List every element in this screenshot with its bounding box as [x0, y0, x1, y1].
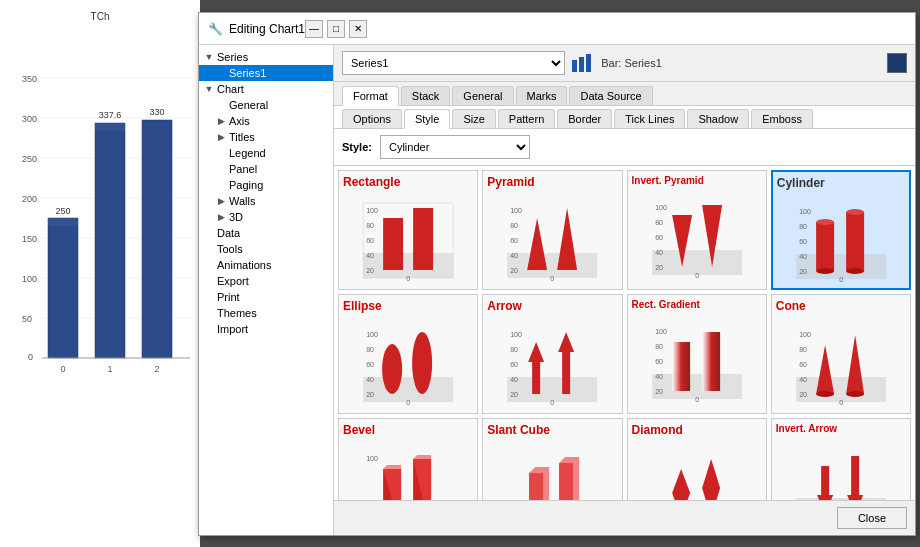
svg-point-71 [846, 209, 864, 215]
style-rectangle[interactable]: Rectangle 100 80 60 40 20 0 [338, 170, 478, 290]
sidebar-item-titles[interactable]: ▶ Titles [199, 129, 333, 145]
style-arrow[interactable]: Arrow 100 80 60 40 20 0 [482, 294, 622, 414]
sidebar-item-axis[interactable]: ▶ Axis [199, 113, 333, 129]
sidebar-item-panel[interactable]: Panel [199, 161, 333, 177]
svg-text:250: 250 [22, 154, 37, 164]
style-diamond[interactable]: Diamond 0 [627, 418, 767, 500]
close-button[interactable]: ✕ [349, 20, 367, 38]
sidebar-item-axis-label: Axis [229, 115, 250, 127]
subtab-pattern[interactable]: Pattern [498, 109, 555, 128]
svg-rect-70 [846, 212, 864, 271]
svg-text:20: 20 [655, 264, 663, 271]
sidebar-item-chart[interactable]: ▼ Chart [199, 81, 333, 97]
tab-format[interactable]: Format [342, 86, 399, 106]
sidebar-item-paging[interactable]: Paging [199, 177, 333, 193]
close-dialog-button[interactable]: Close [837, 507, 907, 529]
style-ellipse[interactable]: Ellipse 100 80 60 40 20 0 [338, 294, 478, 414]
sidebar-tree: ▼ Series Series1 ▼ Chart General ▶ Axis [199, 45, 334, 535]
subtab-ticklines[interactable]: Tick Lines [614, 109, 685, 128]
expand-data-icon [203, 227, 215, 239]
style-rect-gradient-preview: 100 80 60 40 20 0 [632, 314, 762, 404]
sidebar-item-panel-label: Panel [229, 163, 257, 175]
sidebar-item-data[interactable]: Data [199, 225, 333, 241]
svg-text:250: 250 [55, 206, 70, 216]
series-row: Series1 Bar: Series1 [334, 45, 915, 82]
bottom-bar: Close [334, 500, 915, 535]
svg-marker-127 [702, 459, 720, 500]
subtab-border[interactable]: Border [557, 109, 612, 128]
subtab-style[interactable]: Style [404, 109, 450, 129]
sidebar-item-legend-label: Legend [229, 147, 266, 159]
series-chart-label: Bar: Series1 [601, 57, 662, 69]
svg-text:0: 0 [839, 399, 843, 406]
svg-rect-98 [672, 342, 690, 391]
subtab-options[interactable]: Options [342, 109, 402, 128]
tab-general[interactable]: General [452, 86, 513, 105]
svg-text:0: 0 [28, 352, 33, 362]
svg-marker-126 [672, 469, 690, 500]
sidebar-item-general-label: General [229, 99, 268, 111]
sidebar-item-animations[interactable]: Animations [199, 257, 333, 273]
sidebar-item-series[interactable]: ▼ Series [199, 49, 333, 65]
svg-text:200: 200 [22, 194, 37, 204]
tab-datasource[interactable]: Data Source [569, 86, 652, 105]
minimize-button[interactable]: — [305, 20, 323, 38]
style-bevel-preview: 100 0 [343, 441, 473, 500]
svg-point-72 [846, 268, 864, 274]
expand-series1-icon [215, 67, 227, 79]
maximize-button[interactable]: □ [327, 20, 345, 38]
sidebar-item-walls[interactable]: ▶ Walls [199, 193, 333, 209]
expand-general-icon [215, 99, 227, 111]
sidebar-item-3d[interactable]: ▶ 3D [199, 209, 333, 225]
sidebar-item-themes[interactable]: Themes [199, 305, 333, 321]
style-bevel[interactable]: Bevel 100 0 [338, 418, 478, 500]
sidebar-item-print[interactable]: Print [199, 289, 333, 305]
style-dropdown[interactable]: Cylinder Rectangle Pyramid Invert. Pyram… [380, 135, 530, 159]
subtab-size[interactable]: Size [452, 109, 495, 128]
style-cone[interactable]: Cone 100 80 60 40 20 0 [771, 294, 911, 414]
main-tabs: Format Stack General Marks Data Source [334, 82, 915, 106]
background-chart: TCh 350 300 250 200 150 100 50 0 250 337… [0, 0, 200, 547]
expand-legend-icon [215, 147, 227, 159]
style-slant-cube[interactable]: Slant Cube 0 [482, 418, 622, 500]
expand-chart-icon: ▼ [203, 83, 215, 95]
tab-stack[interactable]: Stack [401, 86, 451, 105]
style-invert-arrow[interactable]: Invert. Arrow 0 [771, 418, 911, 500]
subtab-shadow[interactable]: Shadow [687, 109, 749, 128]
expand-print-icon [203, 291, 215, 303]
svg-text:20: 20 [366, 267, 374, 274]
subtab-emboss[interactable]: Emboss [751, 109, 813, 128]
svg-rect-17 [48, 218, 78, 358]
sub-tabs: Options Style Size Pattern Border Tick L… [334, 106, 915, 129]
series-color-swatch[interactable] [887, 53, 907, 73]
style-cylinder[interactable]: Cylinder 100 80 60 40 20 0 [771, 170, 911, 290]
svg-point-81 [412, 332, 432, 394]
style-invert-pyramid[interactable]: Invert. Pyramid 100 80 60 40 20 0 [627, 170, 767, 290]
sidebar-item-chart-label: Chart [217, 83, 244, 95]
style-bevel-name: Bevel [343, 423, 473, 437]
svg-text:0: 0 [695, 272, 699, 279]
sidebar-item-themes-label: Themes [217, 307, 257, 319]
svg-text:0: 0 [695, 396, 699, 403]
series-dropdown[interactable]: Series1 [342, 51, 565, 75]
svg-text:20: 20 [655, 388, 663, 395]
tab-marks[interactable]: Marks [516, 86, 568, 105]
sidebar-item-print-label: Print [217, 291, 240, 303]
style-rectangle-preview: 100 80 60 40 20 0 [343, 193, 473, 283]
sidebar-item-legend[interactable]: Legend [199, 145, 333, 161]
style-cylinder-preview: 100 80 60 40 20 0 [777, 194, 905, 284]
svg-text:80: 80 [799, 223, 807, 230]
svg-text:60: 60 [655, 234, 663, 241]
svg-text:100: 100 [366, 331, 378, 338]
style-pyramid[interactable]: Pyramid 100 80 60 40 20 0 [482, 170, 622, 290]
style-pyramid-preview: 100 80 60 40 20 0 [487, 193, 617, 283]
svg-text:60: 60 [510, 237, 518, 244]
style-rect-gradient[interactable]: Rect. Gradient 100 80 60 [627, 294, 767, 414]
sidebar-item-export[interactable]: Export [199, 273, 333, 289]
sidebar-item-tools[interactable]: Tools [199, 241, 333, 257]
sidebar-item-series1[interactable]: Series1 [199, 65, 333, 81]
svg-text:0: 0 [550, 399, 554, 406]
sidebar-item-general[interactable]: General [199, 97, 333, 113]
svg-text:80: 80 [366, 346, 374, 353]
sidebar-item-import[interactable]: Import [199, 321, 333, 337]
